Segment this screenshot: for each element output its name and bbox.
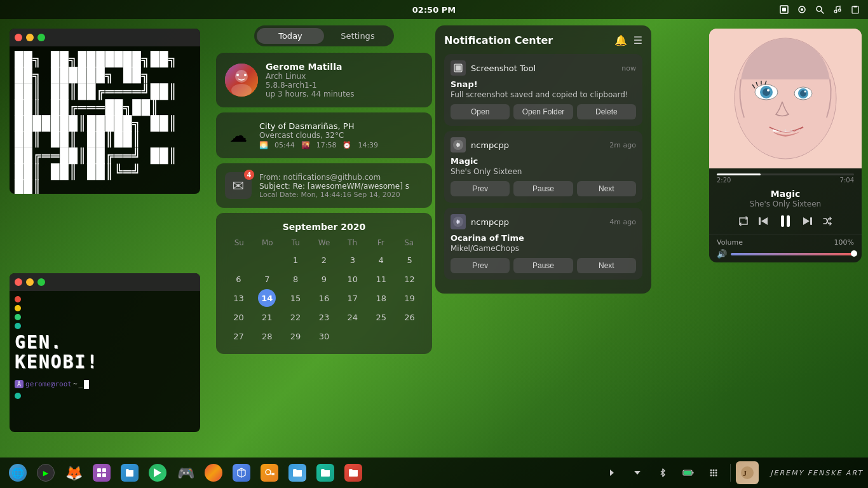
music2-prev-btn[interactable]: Prev [451,258,510,273]
weather-times: 🌅 05:44 🌇 17:58 ⏰ 14:39 [259,141,423,149]
calendar-day[interactable]: 24 [344,308,362,326]
prev-icon[interactable] [757,215,769,227]
svg-rect-44 [810,217,812,225]
bluetooth-icon[interactable] [651,460,674,485]
calendar-day[interactable]: 9 [315,270,333,288]
shuffle-icon[interactable] [822,216,832,226]
chevron-right-icon[interactable] [600,460,623,485]
calendar-day[interactable]: 23 [315,308,333,326]
calendar-day[interactable]: 10 [344,270,362,288]
calendar-day[interactable]: 21 [258,308,276,326]
calendar-day[interactable]: 30 [315,327,333,345]
svg-rect-42 [781,215,784,227]
record-icon[interactable] [797,4,807,15]
calendar-day[interactable]: 16 [315,289,333,307]
taskbar-app-firefox[interactable]: 🦊 [61,460,86,485]
music2-body: Mikel/GameChops [451,244,636,253]
screenshot-icon[interactable] [779,4,789,15]
grid-dots-icon[interactable] [702,460,725,485]
weather-card: ☁️ City of Dasmariñas, PH Overcast cloud… [216,112,432,158]
chevron-down-icon[interactable] [626,460,649,485]
brand-logo[interactable]: J [736,461,759,484]
close-btn-k[interactable] [15,278,22,286]
next-icon[interactable] [802,215,813,227]
calendar-day[interactable]: 11 [372,270,390,288]
calendar-day[interactable]: 15 [287,289,304,307]
calendar-day[interactable]: 20 [229,308,247,326]
sunrise-time: 05:44 [275,141,295,149]
taskbar-app-folder4[interactable] [341,460,366,485]
calendar-day[interactable]: 3 [344,251,362,269]
calendar-day[interactable]: 17 [344,289,362,307]
menu-icon[interactable]: ☰ [634,34,642,46]
close-btn[interactable] [15,34,22,41]
taskbar-app-grid[interactable] [89,460,114,485]
minimize-btn[interactable] [26,34,34,41]
calendar-day[interactable]: 6 [229,270,247,288]
screenshot-delete-btn[interactable]: Delete [577,104,636,119]
calendar-day[interactable]: 22 [287,308,304,326]
tab-today[interactable]: Today [257,28,324,44]
music1-title: Magic [451,156,636,166]
calendar-day[interactable]: 7 [258,270,276,288]
taskbar-app-folder3[interactable] [313,460,338,485]
calendar-day[interactable]: 29 [287,327,304,345]
taskbar-app-gamepad[interactable]: 🎮 [173,460,198,485]
taskbar-app-files[interactable] [117,460,142,485]
music2-pause-btn[interactable]: Pause [513,258,573,273]
music-icon[interactable] [832,4,843,15]
calendar-day[interactable]: 19 [401,289,419,307]
music-controls [709,208,862,234]
music-song: Magic [717,189,854,199]
calendar-day[interactable]: 18 [372,289,390,307]
battery-icon[interactable] [677,460,700,485]
email-date: Local Date: Mon, 14:44:16 Sep 14, 2020 [259,191,409,199]
calendar-day[interactable]: 14 [258,289,276,307]
calendar-day[interactable]: 1 [287,251,304,269]
calendar-day[interactable]: 4 [372,251,390,269]
col-th: Th [338,238,367,247]
taskbar-app-folder2[interactable] [285,460,310,485]
svg-point-14 [244,74,247,76]
music1-prev-btn[interactable]: Prev [451,181,510,196]
taskbar-app-play[interactable] [145,460,170,485]
calendar-day[interactable]: 26 [401,308,419,326]
screenshot-open-btn[interactable]: Open [451,104,510,119]
calendar-day[interactable]: 5 [401,251,419,269]
calendar-day[interactable]: 2 [315,251,333,269]
user-details: Gerome Matilla Arch Linux 5.8.8-arch1-1 … [266,62,355,98]
taskbar-app-terminal[interactable]: ▶ [33,460,58,485]
calendar-day[interactable]: 8 [287,270,304,288]
svg-point-36 [804,91,806,93]
screenshot-open-folder-btn[interactable]: Open Folder [513,104,573,119]
taskbar-app-package[interactable] [229,460,254,485]
bell-icon[interactable]: 🔔 [614,34,627,46]
repeat-icon[interactable] [738,216,749,226]
music-panel: 2:20 7:04 Magic She's Only Sixteen Volum… [709,29,862,262]
calendar-day[interactable]: 13 [229,289,247,307]
calendar-day[interactable]: 25 [372,308,390,326]
svg-point-69 [713,475,715,477]
min-btn-k[interactable] [26,278,34,286]
maximize-btn[interactable] [37,34,45,41]
calendar-day[interactable]: 12 [401,270,419,288]
taskbar-app-browser[interactable]: 🌐 [5,460,31,485]
music2-next-btn[interactable]: Next [577,258,636,273]
max-btn-k[interactable] [37,278,45,286]
music-cover [709,29,862,168]
search-icon[interactable] [815,4,825,15]
music1-pause-btn[interactable]: Pause [513,181,573,196]
tab-settings[interactable]: Settings [324,28,391,44]
taskbar-app-circle-orange[interactable] [201,460,226,485]
terminal-hello-content: ██╗ ██╗███████╗██╗ ██╗ ██████╗ ██╗ ██║ █… [10,46,200,194]
notification-center: Notification Center 🔔 ☰ Screenshot Tool … [435,25,651,294]
calendar-day[interactable]: 27 [229,327,247,345]
music1-next-btn[interactable]: Next [577,181,636,196]
music-progress-bar[interactable] [717,173,854,175]
pause-icon[interactable] [778,214,793,229]
col-mo: Mo [254,238,282,247]
clipboard-icon[interactable] [850,4,860,15]
volume-slider[interactable] [731,253,854,255]
taskbar-app-keys[interactable] [257,460,282,485]
calendar-day[interactable]: 28 [258,327,276,345]
